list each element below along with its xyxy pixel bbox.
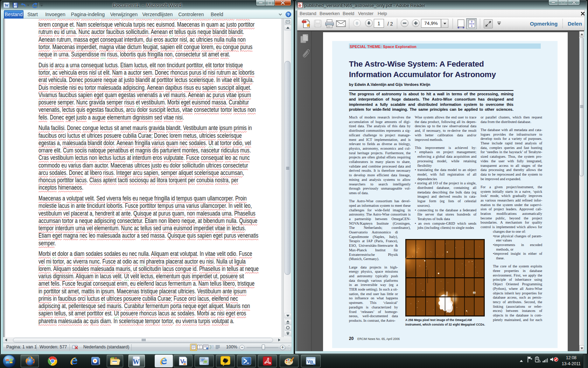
svg-text:W: W bbox=[133, 358, 140, 366]
svg-text:VB: VB bbox=[307, 359, 313, 365]
